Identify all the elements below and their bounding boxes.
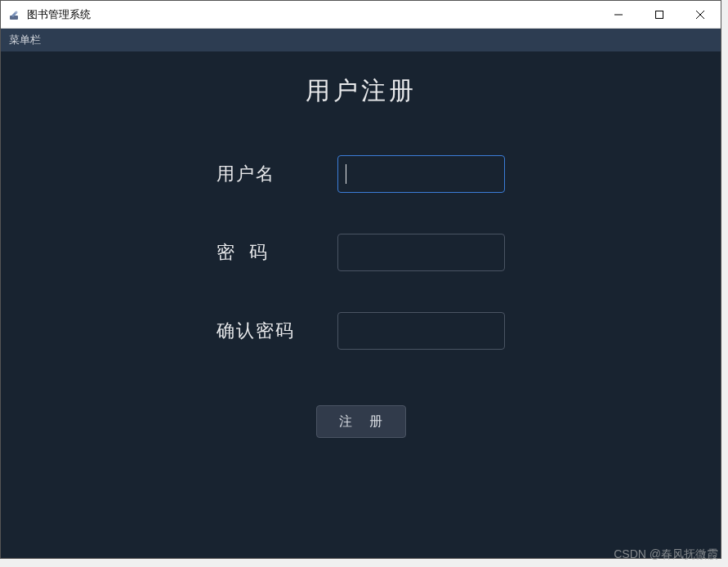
window-controls [598,1,721,28]
content-area: 用户注册 用户名 密 码 确认密码 注 册 [1,51,721,558]
app-icon [7,7,22,22]
register-button[interactable]: 注 册 [316,405,406,438]
close-button[interactable] [680,1,721,28]
titlebar: 图书管理系统 [1,1,721,29]
username-label: 用户名 [217,162,323,186]
confirm-password-row: 确认密码 [217,312,505,350]
password-label: 密 码 [217,240,323,265]
confirm-password-label: 确认密码 [217,319,323,343]
username-row: 用户名 [217,155,505,193]
menubar-item-menu[interactable]: 菜单栏 [9,33,41,47]
maximize-button[interactable] [639,1,680,28]
window-title: 图书管理系统 [27,7,598,22]
watermark: CSDN @春风抚微霞 [614,547,718,562]
password-input[interactable] [337,234,505,271]
username-input[interactable] [337,155,505,193]
app-window: 图书管理系统 菜单栏 用户注册 用户名 密 码 [0,0,721,559]
menubar: 菜单栏 [1,29,721,51]
minimize-button[interactable] [598,1,639,28]
register-button-label: 注 册 [333,413,388,431]
confirm-password-input[interactable] [337,312,505,350]
password-row: 密 码 [217,234,505,271]
svg-point-1 [16,11,18,13]
text-cursor [346,164,346,184]
page-title: 用户注册 [306,74,417,108]
svg-rect-3 [656,11,663,18]
